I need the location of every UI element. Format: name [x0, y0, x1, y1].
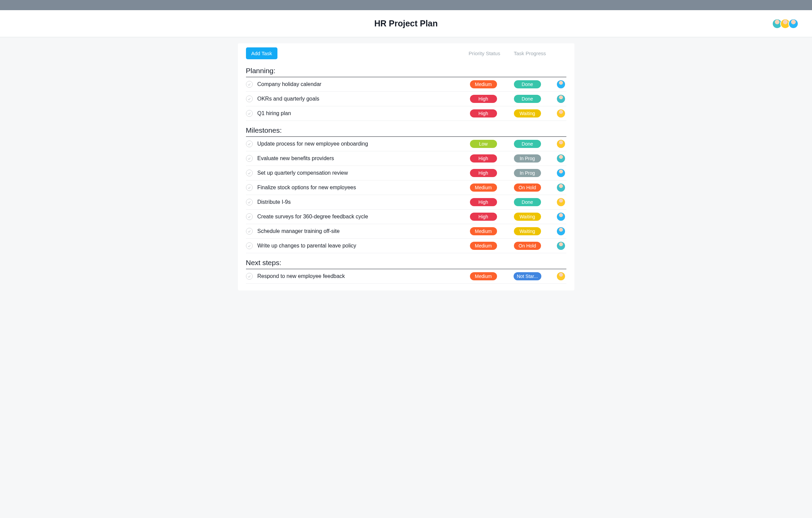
check-icon[interactable]: [246, 95, 253, 102]
check-icon[interactable]: [246, 273, 253, 280]
task-name[interactable]: Distribute I-9s: [253, 199, 461, 205]
assignee-avatar[interactable]: [557, 184, 565, 192]
column-header-priority: Priority Status: [469, 50, 500, 56]
task-row[interactable]: Set up quarterly compensation reviewHigh…: [246, 166, 566, 180]
progress-pill[interactable]: In Prog: [514, 154, 541, 163]
task-name[interactable]: Finalize stock options for new employees: [253, 185, 461, 191]
task-name[interactable]: Set up quarterly compensation review: [253, 170, 461, 176]
progress-pill[interactable]: Waiting: [514, 109, 541, 117]
priority-pill[interactable]: Low: [470, 140, 497, 148]
assignee-avatar[interactable]: [557, 80, 565, 88]
task-name[interactable]: OKRs and quarterly goals: [253, 96, 461, 102]
header-avatars: [774, 19, 798, 29]
priority-pill[interactable]: Medium: [470, 272, 497, 280]
task-row[interactable]: Evaluate new benefits providersHighIn Pr…: [246, 151, 566, 166]
task-name[interactable]: Create surveys for 360-degree feedback c…: [253, 214, 461, 220]
section: Milestones:Update process for new employ…: [238, 121, 574, 253]
task-name[interactable]: Evaluate new benefits providers: [253, 155, 461, 161]
column-header-progress: Task Progress: [514, 50, 546, 56]
task-row[interactable]: Respond to new employee feedbackMediumNo…: [246, 269, 566, 284]
task-row[interactable]: Q1 hiring planHighWaiting: [246, 106, 566, 121]
check-icon[interactable]: [246, 141, 253, 147]
priority-pill[interactable]: Medium: [470, 80, 497, 88]
check-icon[interactable]: [246, 110, 253, 117]
assignee-avatar[interactable]: [557, 272, 565, 280]
priority-pill[interactable]: Medium: [470, 184, 497, 192]
section: Next steps:Respond to new employee feedb…: [238, 253, 574, 284]
assignee-avatar[interactable]: [557, 242, 565, 250]
progress-pill[interactable]: In Prog: [514, 169, 541, 177]
add-task-button[interactable]: Add Task: [246, 47, 277, 59]
progress-pill[interactable]: On Hold: [514, 242, 541, 250]
assignee-avatar[interactable]: [557, 227, 565, 235]
check-icon[interactable]: [246, 213, 253, 220]
progress-pill[interactable]: Not Star...: [514, 272, 541, 280]
progress-pill[interactable]: Done: [514, 140, 541, 148]
priority-pill[interactable]: Medium: [470, 227, 497, 235]
progress-pill[interactable]: Done: [514, 198, 541, 206]
check-icon[interactable]: [246, 184, 253, 191]
window-chrome: [0, 0, 812, 10]
task-name[interactable]: Respond to new employee feedback: [253, 273, 461, 279]
task-name[interactable]: Schedule manager training off-site: [253, 228, 461, 234]
section: Planning:Company holiday calendarMediumD…: [238, 61, 574, 121]
section-title: Planning:: [246, 67, 566, 77]
avatar[interactable]: [788, 19, 798, 29]
toolbar: Add Task Priority Status Task Progress: [238, 43, 574, 61]
header: HR Project Plan: [0, 10, 812, 37]
priority-pill[interactable]: High: [470, 169, 497, 177]
progress-pill[interactable]: On Hold: [514, 184, 541, 192]
check-icon[interactable]: [246, 81, 253, 88]
check-icon[interactable]: [246, 228, 253, 235]
task-row[interactable]: Write up changes to parental leave polic…: [246, 239, 566, 253]
progress-pill[interactable]: Waiting: [514, 227, 541, 235]
section-title: Next steps:: [246, 259, 566, 269]
main-panel: Add Task Priority Status Task Progress P…: [238, 43, 574, 290]
assignee-avatar[interactable]: [557, 154, 565, 163]
assignee-avatar[interactable]: [557, 213, 565, 221]
task-row[interactable]: Schedule manager training off-siteMedium…: [246, 224, 566, 239]
check-icon[interactable]: [246, 199, 253, 206]
task-name[interactable]: Write up changes to parental leave polic…: [253, 243, 461, 249]
section-title: Milestones:: [246, 126, 566, 137]
priority-pill[interactable]: High: [470, 95, 497, 103]
progress-pill[interactable]: Waiting: [514, 213, 541, 221]
priority-pill[interactable]: High: [470, 109, 497, 117]
task-row[interactable]: Company holiday calendarMediumDone: [246, 77, 566, 92]
check-icon[interactable]: [246, 155, 253, 162]
task-name[interactable]: Company holiday calendar: [253, 81, 461, 87]
task-row[interactable]: Finalize stock options for new employees…: [246, 180, 566, 195]
assignee-avatar[interactable]: [557, 140, 565, 148]
assignee-avatar[interactable]: [557, 109, 565, 117]
check-icon[interactable]: [246, 170, 253, 176]
check-icon[interactable]: [246, 242, 253, 249]
progress-pill[interactable]: Done: [514, 80, 541, 88]
assignee-avatar[interactable]: [557, 198, 565, 206]
priority-pill[interactable]: High: [470, 198, 497, 206]
task-name[interactable]: Q1 hiring plan: [253, 110, 461, 116]
priority-pill[interactable]: High: [470, 154, 497, 163]
task-row[interactable]: OKRs and quarterly goalsHighDone: [246, 92, 566, 106]
task-row[interactable]: Distribute I-9sHighDone: [246, 195, 566, 210]
task-name[interactable]: Update process for new employee onboardi…: [253, 141, 461, 147]
progress-pill[interactable]: Done: [514, 95, 541, 103]
task-row[interactable]: Update process for new employee onboardi…: [246, 137, 566, 151]
priority-pill[interactable]: High: [470, 213, 497, 221]
task-row[interactable]: Create surveys for 360-degree feedback c…: [246, 210, 566, 224]
page-title: HR Project Plan: [374, 19, 438, 28]
assignee-avatar[interactable]: [557, 95, 565, 103]
priority-pill[interactable]: Medium: [470, 242, 497, 250]
column-headers: Priority Status Task Progress: [469, 50, 566, 56]
assignee-avatar[interactable]: [557, 169, 565, 177]
